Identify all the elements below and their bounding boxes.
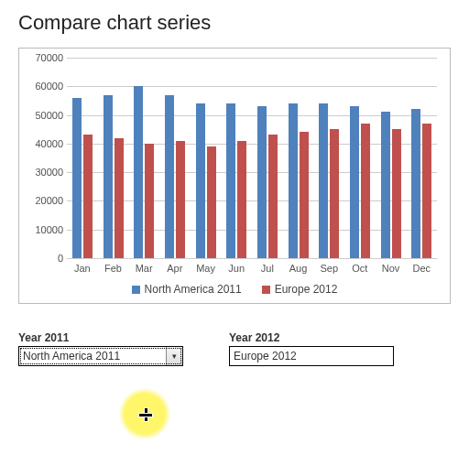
- bar: [145, 144, 154, 258]
- bar: [330, 129, 339, 258]
- grid-line: [67, 258, 437, 259]
- y-tick-label: 60000: [23, 81, 63, 92]
- bar: [257, 106, 267, 258]
- bar: [289, 103, 298, 258]
- bar: [237, 141, 246, 258]
- year-2011-combobox[interactable]: North America 2011 ▾: [18, 346, 183, 366]
- bar: [165, 95, 174, 258]
- y-tick-label: 0: [23, 253, 63, 264]
- bar: [226, 103, 235, 258]
- legend-label: North America 2011: [145, 283, 242, 296]
- legend-item: Europe 2012: [262, 283, 338, 296]
- x-tick-label: Nov: [376, 259, 407, 274]
- x-tick-label: Jun: [221, 259, 252, 274]
- bar: [361, 124, 370, 258]
- chart-x-axis: JanFebMarAprMayJunJulAugSepOctNovDec: [67, 259, 437, 274]
- y-tick-label: 50000: [23, 110, 63, 121]
- x-tick-label: Aug: [283, 259, 314, 274]
- legend-swatch: [132, 286, 140, 294]
- legend-label: Europe 2012: [275, 283, 338, 296]
- legend-swatch: [262, 286, 270, 294]
- chart-container: 010000200003000040000500006000070000 Jan…: [18, 48, 451, 304]
- x-tick-label: Mar: [128, 259, 159, 274]
- bar-group: [191, 58, 222, 258]
- bar: [392, 129, 401, 258]
- x-tick-label: Sep: [313, 259, 344, 274]
- bar: [115, 138, 124, 258]
- cell-cursor-icon: [138, 407, 151, 420]
- bar: [104, 95, 113, 258]
- bar-group: [128, 58, 159, 258]
- bar-group: [344, 58, 376, 258]
- bar: [381, 112, 390, 258]
- chart-legend: North America 2011Europe 2012: [27, 283, 442, 296]
- bar-group: [221, 58, 252, 258]
- x-tick-label: Dec: [406, 259, 437, 274]
- bar-group: [252, 58, 283, 258]
- chart-plot-area: 010000200003000040000500006000070000: [67, 58, 437, 259]
- bar-groups: [67, 58, 437, 258]
- legend-item: North America 2011: [132, 283, 242, 296]
- x-tick-label: May: [191, 259, 222, 274]
- bar-group: [67, 58, 98, 258]
- x-tick-label: Jul: [252, 259, 283, 274]
- bar-group: [313, 58, 344, 258]
- bar: [196, 103, 205, 258]
- bar-group: [98, 58, 129, 258]
- bar: [72, 98, 82, 258]
- bar-group: [159, 58, 191, 258]
- bar: [207, 146, 216, 258]
- bar: [83, 135, 93, 258]
- y-tick-label: 20000: [23, 195, 63, 206]
- bar: [300, 132, 309, 258]
- year-2012-textbox[interactable]: Europe 2012: [229, 346, 394, 366]
- bar-group: [376, 58, 407, 258]
- bar: [134, 86, 143, 258]
- y-tick-label: 30000: [23, 167, 63, 178]
- year-2011-value: North America 2011: [19, 347, 166, 365]
- bar: [350, 106, 359, 258]
- x-tick-label: Jan: [67, 259, 98, 274]
- year-2011-control: Year 2011 North America 2011 ▾: [18, 331, 183, 366]
- bar-group: [406, 58, 437, 258]
- bar-group: [283, 58, 314, 258]
- cursor-highlight: [119, 388, 170, 439]
- chevron-down-icon[interactable]: ▾: [166, 347, 182, 365]
- x-tick-label: Feb: [98, 259, 129, 274]
- bar: [319, 103, 328, 258]
- bar: [422, 124, 431, 258]
- controls-row: Year 2011 North America 2011 ▾ Year 2012…: [18, 331, 451, 366]
- y-tick-label: 70000: [23, 52, 63, 63]
- year-2011-label: Year 2011: [18, 331, 183, 344]
- y-tick-label: 40000: [23, 138, 63, 149]
- year-2012-label: Year 2012: [229, 331, 394, 344]
- y-tick-label: 10000: [23, 224, 63, 235]
- x-tick-label: Apr: [159, 259, 191, 274]
- x-tick-label: Oct: [344, 259, 376, 274]
- year-2012-control: Year 2012 Europe 2012: [229, 331, 394, 366]
- bar: [176, 141, 185, 258]
- bar: [268, 135, 278, 258]
- page-title: Compare chart series: [18, 11, 451, 35]
- bar: [411, 109, 420, 258]
